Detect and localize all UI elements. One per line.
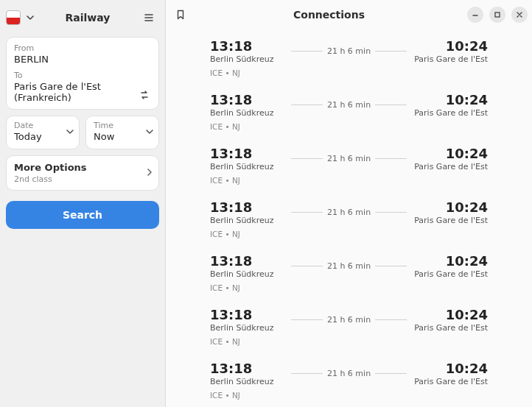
minimize-icon (472, 11, 479, 18)
connection-item[interactable]: 13:18 Berlin Südkreuz 21 h 6 min 10:24 P… (210, 83, 488, 137)
main: Connections 13:18 Berlin Südkreuz 21 h 6… (166, 0, 532, 407)
connection-top: 13:18 Berlin Südkreuz 21 h 6 min 10:24 P… (210, 92, 488, 118)
train-tags: ICE • NJ (210, 337, 488, 346)
arrival-time: 10:24 (414, 199, 488, 215)
line-left (291, 373, 323, 374)
departure-time: 13:18 (210, 92, 284, 107)
departure-station: Berlin Südkreuz (210, 269, 284, 279)
train-tags: ICE • NJ (210, 283, 488, 292)
time-label: Time (94, 121, 151, 130)
window-controls (467, 7, 528, 23)
connection-item[interactable]: 13:18 Berlin Südkreuz 21 h 6 min 10:24 P… (210, 137, 488, 191)
journey-line: 21 h 6 min (291, 259, 407, 274)
time-picker[interactable]: Time Now (85, 116, 159, 149)
journey-line: 21 h 6 min (291, 98, 407, 113)
hamburger-icon (144, 13, 154, 23)
time-value: Now (94, 131, 151, 142)
arrival-time: 10:24 (414, 38, 488, 54)
connection-item[interactable]: 13:18 Berlin Südkreuz 21 h 6 min 10:24 P… (210, 244, 488, 298)
more-options-label: More Options (14, 162, 151, 173)
connection-item[interactable]: 13:18 Berlin Südkreuz 21 h 6 min 10:24 P… (210, 352, 488, 406)
arrival: 10:24 Paris Gare de l'Est (414, 92, 488, 118)
departure: 13:18 Berlin Südkreuz (210, 38, 284, 64)
line-right (375, 105, 407, 105)
journey-line: 21 h 6 min (291, 152, 407, 166)
line-left (291, 51, 323, 52)
arrival-station: Paris Gare de l'Est (414, 269, 488, 279)
to-value: Paris Gare de l'Est (Frankreich) (14, 81, 151, 103)
connection-top: 13:18 Berlin Südkreuz 21 h 6 min 10:24 P… (210, 307, 488, 333)
to-label: To (14, 71, 151, 80)
journey-line: 21 h 6 min (291, 205, 407, 220)
date-label: Date (14, 121, 71, 130)
train-tags: ICE • NJ (210, 176, 488, 185)
sidebar: Railway From BERLIN To Paris Gare de l'E… (0, 0, 166, 407)
line-right (375, 158, 407, 159)
maximize-icon (494, 11, 501, 18)
line-right (375, 51, 407, 52)
departure-station: Berlin Südkreuz (210, 216, 284, 225)
arrival-station: Paris Gare de l'Est (414, 216, 488, 225)
arrival: 10:24 Paris Gare de l'Est (414, 38, 488, 64)
departure-time: 13:18 (210, 253, 284, 269)
departure-time: 13:18 (210, 146, 284, 161)
line-left (291, 212, 323, 213)
to-block: To Paris Gare de l'Est (Frankreich) (14, 71, 151, 103)
connection-item[interactable]: 13:18 Berlin Südkreuz 21 h 6 min 10:24 P… (210, 298, 488, 352)
maximize-button[interactable] (489, 7, 505, 23)
departure: 13:18 Berlin Südkreuz (210, 199, 284, 225)
chevron-down-icon (145, 127, 154, 138)
departure-time: 13:18 (210, 361, 284, 376)
bookmark-icon (175, 10, 186, 20)
arrival-time: 10:24 (414, 253, 488, 269)
train-tags: ICE • NJ (210, 230, 488, 238)
svg-rect-0 (495, 13, 500, 17)
train-tags: ICE • NJ (210, 391, 488, 400)
connections-list[interactable]: 13:18 Berlin Südkreuz 21 h 6 min 10:24 P… (166, 29, 532, 407)
connection-top: 13:18 Berlin Südkreuz 21 h 6 min 10:24 P… (210, 199, 488, 225)
arrival-time: 10:24 (414, 361, 488, 376)
departure-time: 13:18 (210, 199, 284, 215)
arrival-time: 10:24 (414, 146, 488, 161)
departure-time: 13:18 (210, 307, 284, 322)
bookmarks-button[interactable] (170, 4, 191, 25)
departure-time: 13:18 (210, 38, 284, 54)
arrival-station: Paris Gare de l'Est (414, 108, 488, 118)
from-block: From BERLIN (14, 43, 151, 65)
departure: 13:18 Berlin Südkreuz (210, 253, 284, 279)
profile-dropdown[interactable] (24, 7, 37, 28)
train-tags: ICE • NJ (210, 122, 488, 131)
connection-item[interactable]: 13:18 Berlin Südkreuz 21 h 6 min 10:24 P… (210, 29, 488, 83)
arrival-station: Paris Gare de l'Est (414, 54, 488, 64)
swap-icon (139, 90, 150, 100)
from-label: From (14, 43, 151, 53)
connection-top: 13:18 Berlin Südkreuz 21 h 6 min 10:24 P… (210, 146, 488, 171)
line-right (375, 373, 407, 374)
arrival: 10:24 Paris Gare de l'Est (414, 146, 488, 171)
connection-top: 13:18 Berlin Südkreuz 21 h 6 min 10:24 P… (210, 38, 488, 64)
stations-card[interactable]: From BERLIN To Paris Gare de l'Est (Fran… (6, 37, 159, 110)
duration-label: 21 h 6 min (323, 315, 375, 325)
arrival-station: Paris Gare de l'Est (414, 162, 488, 171)
menu-button[interactable] (139, 7, 159, 28)
swap-button[interactable] (136, 87, 153, 103)
line-left (291, 319, 323, 320)
duration-label: 21 h 6 min (323, 261, 375, 271)
duration-label: 21 h 6 min (323, 100, 375, 110)
journey-line: 21 h 6 min (291, 367, 407, 381)
connection-item[interactable]: 13:18 Berlin Südkreuz 21 h 6 min 10:24 P… (210, 191, 488, 244)
search-button[interactable]: Search (6, 201, 159, 229)
arrival: 10:24 Paris Gare de l'Est (414, 253, 488, 279)
more-options[interactable]: More Options 2nd class (6, 155, 159, 191)
app-title: Railway (40, 12, 136, 24)
sidebar-header: Railway (6, 4, 159, 31)
arrival: 10:24 Paris Gare de l'Est (414, 361, 488, 386)
line-left (291, 105, 323, 105)
minimize-button[interactable] (467, 7, 483, 23)
duration-label: 21 h 6 min (323, 208, 375, 217)
close-button[interactable] (511, 7, 528, 23)
line-left (291, 266, 323, 266)
app-icon (6, 10, 21, 25)
date-picker[interactable]: Date Today (6, 116, 80, 149)
train-tags: ICE • NJ (210, 68, 488, 77)
